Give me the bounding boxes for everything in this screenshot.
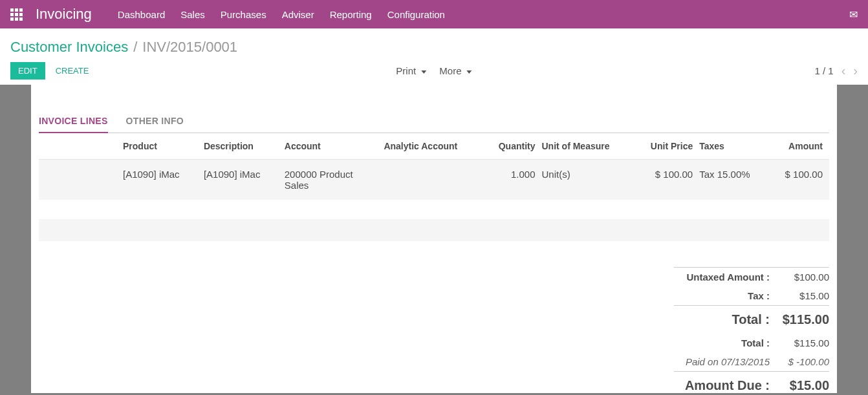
table-row[interactable]: [A1090] iMac [A1090] iMac 200000 Product… xyxy=(39,160,829,200)
paid-label: Paid on 07/13/2015 xyxy=(674,356,777,367)
print-dropdown[interactable]: Print xyxy=(396,65,426,76)
pager-next-icon[interactable]: › xyxy=(853,63,858,78)
tab-invoice-lines[interactable]: INVOICE LINES xyxy=(39,116,108,133)
cell-account: 200000 Product Sales xyxy=(285,160,384,200)
invoice-lines-table: Product Description Account Analytic Acc… xyxy=(39,133,829,200)
col-uom: Unit of Measure xyxy=(541,133,636,160)
col-account: Account xyxy=(285,133,384,160)
col-amount: Amount xyxy=(772,133,829,160)
topbar: Invoicing Dashboard Sales Purchases Advi… xyxy=(0,0,868,28)
nav-reporting[interactable]: Reporting xyxy=(330,9,372,20)
pager-prev-icon[interactable]: ‹ xyxy=(841,63,846,78)
breadcrumb-separator: / xyxy=(133,39,137,56)
total-value: $115.00 xyxy=(777,312,829,327)
edit-button[interactable]: EDIT xyxy=(10,62,45,80)
breadcrumb-current: INV/2015/0001 xyxy=(142,39,237,56)
main-area: INVOICE LINES OTHER INFO Product Descrip… xyxy=(0,85,868,393)
col-taxes: Taxes xyxy=(699,133,772,160)
col-analytic: Analytic Account xyxy=(384,133,486,160)
caret-down-icon xyxy=(421,70,426,74)
breadcrumb: Customer Invoices / INV/2015/0001 xyxy=(10,39,858,56)
cell-description: [A1090] iMac xyxy=(204,160,285,200)
form-sheet: INVOICE LINES OTHER INFO Product Descrip… xyxy=(31,85,837,393)
paid-value: $ -100.00 xyxy=(777,356,829,367)
untaxed-value: $100.00 xyxy=(777,272,829,283)
totals: Untaxed Amount : $100.00 Tax : $15.00 To… xyxy=(674,267,829,395)
top-nav: Dashboard Sales Purchases Adviser Report… xyxy=(118,9,445,20)
untaxed-label: Untaxed Amount : xyxy=(674,272,777,283)
pager-text: 1 / 1 xyxy=(814,65,833,76)
more-dropdown[interactable]: More xyxy=(439,65,472,76)
col-description: Description xyxy=(204,133,285,160)
due-value: $15.00 xyxy=(777,378,829,393)
nav-dashboard[interactable]: Dashboard xyxy=(118,9,165,20)
tabs: INVOICE LINES OTHER INFO xyxy=(39,85,829,133)
apps-icon[interactable] xyxy=(10,8,23,21)
nav-purchases[interactable]: Purchases xyxy=(221,9,266,20)
col-product: Product xyxy=(123,133,204,160)
col-unit-price: Unit Price xyxy=(637,133,699,160)
sub-total-label: Total : xyxy=(674,337,777,348)
nav-configuration[interactable]: Configuration xyxy=(387,9,445,20)
cell-uom: Unit(s) xyxy=(541,160,636,200)
cell-qty: 1.000 xyxy=(486,160,542,200)
cell-amount: $ 100.00 xyxy=(772,160,829,200)
cell-product: [A1090] iMac xyxy=(123,160,204,200)
col-quantity: Quantity xyxy=(486,133,542,160)
cell-taxes: Tax 15.00% xyxy=(699,160,772,200)
sub-total-value: $115.00 xyxy=(777,337,829,348)
breadcrumb-parent[interactable]: Customer Invoices xyxy=(10,39,128,56)
tax-value: $15.00 xyxy=(777,290,829,301)
cell-unit-price: $ 100.00 xyxy=(637,160,699,200)
nav-adviser[interactable]: Adviser xyxy=(282,9,314,20)
nav-sales[interactable]: Sales xyxy=(180,9,205,20)
due-label: Amount Due : xyxy=(674,378,777,393)
create-button[interactable]: CREATE xyxy=(56,66,89,76)
cell-analytic xyxy=(384,160,486,200)
tax-label: Tax : xyxy=(674,290,777,301)
total-label: Total : xyxy=(674,312,777,327)
tab-other-info[interactable]: OTHER INFO xyxy=(126,116,184,133)
mail-icon[interactable]: ✉ xyxy=(849,8,858,21)
toolbar: EDIT CREATE Print More 1 / 1 ‹ › xyxy=(10,62,858,80)
content-header: Customer Invoices / INV/2015/0001 EDIT C… xyxy=(0,28,868,85)
app-title: Invoicing xyxy=(36,6,92,23)
empty-row xyxy=(39,219,829,241)
caret-down-icon xyxy=(467,70,472,74)
